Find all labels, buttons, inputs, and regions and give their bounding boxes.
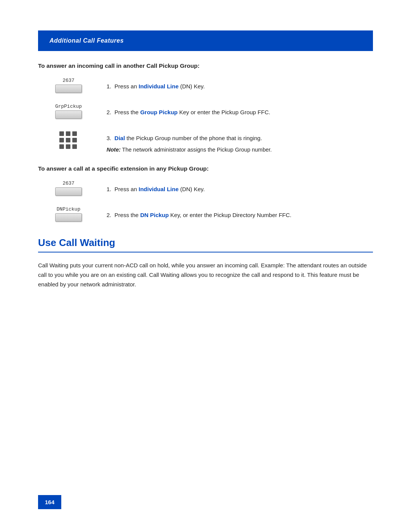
key-button [55, 85, 82, 93]
highlight: Dial [115, 135, 125, 141]
highlight: Group Pickup [140, 109, 177, 115]
step2-content: 2. Press the Group Pickup Key or enter t… [107, 104, 373, 117]
phone-key-2637: 2637 [55, 78, 82, 93]
key-button [55, 110, 82, 119]
key-button [55, 213, 82, 222]
step-row: 2637 1. Press an Individual Line (DN) Ke… [38, 78, 373, 93]
keypad-grid [59, 131, 78, 150]
header-title: Additional Call Features [49, 37, 124, 44]
key-button [55, 187, 82, 196]
highlight: DN Pickup [140, 212, 169, 218]
keypad-dot [59, 131, 64, 136]
step1-content-s2: 1. Press an Individual Line (DN) Key. [107, 181, 373, 194]
key-label: GrpPickup [55, 104, 82, 109]
page-number: 164 [45, 499, 54, 505]
section2-heading: To answer a call at a specific extension… [38, 165, 373, 172]
page-number-box: 164 [38, 495, 61, 509]
note-label: Note: [107, 147, 121, 153]
step-number: 1. Press an Individual Line (DN) Key. [107, 186, 205, 192]
step2-image-s2: DNPickup [38, 206, 99, 222]
step-number: 2. Press the DN Pickup Key, or enter the… [107, 212, 292, 218]
key-label: 2637 [62, 181, 74, 186]
section2-steps: 2637 1. Press an Individual Line (DN) Ke… [38, 181, 373, 222]
phone-key-dnpickup: DNPickup [55, 206, 82, 222]
step3-image [38, 129, 99, 150]
keypad-dot [59, 144, 64, 149]
keypad-dot [72, 144, 77, 149]
keypad-dot [66, 131, 70, 136]
keypad-dot [59, 138, 64, 142]
keypad-dot [66, 144, 70, 149]
step-number: 3. Dial the Pickup Group number of the p… [107, 135, 262, 141]
step-row: DNPickup 2. Press the DN Pickup Key, or … [38, 206, 373, 222]
header-banner: Additional Call Features [38, 30, 373, 51]
phone-key-grppickup: GrpPickup [55, 104, 82, 119]
keypad-dot [72, 138, 77, 142]
keypad-dot [66, 138, 70, 142]
step-number: 2. Press the Group Pickup Key or enter t… [107, 109, 270, 115]
keypad-dot [72, 131, 77, 136]
section1-heading: To answer an incoming call in another Ca… [38, 62, 373, 69]
body-paragraph: Call Waiting puts your current non-ACD c… [38, 261, 373, 289]
step-number: 1. Press an Individual Line (DN) Key. [107, 83, 205, 89]
step1-image-s2: 2637 [38, 181, 99, 196]
step2-image: GrpPickup [38, 104, 99, 119]
key-label: DNPickup [57, 206, 80, 212]
note-text: Note: The network administrator assigns … [107, 146, 373, 154]
highlight: Individual Line [139, 83, 178, 89]
phone-key-2637-s2: 2637 [55, 181, 82, 196]
key-label: 2637 [62, 78, 74, 83]
page: Additional Call Features To answer an in… [0, 0, 411, 532]
step2-content-s2: 2. Press the DN Pickup Key, or enter the… [107, 206, 373, 220]
step1-image: 2637 [38, 78, 99, 93]
step1-content: 1. Press an Individual Line (DN) Key. [107, 78, 373, 91]
step-row: GrpPickup 2. Press the Group Pickup Key … [38, 104, 373, 119]
section1-steps: 2637 1. Press an Individual Line (DN) Ke… [38, 78, 373, 154]
highlight: Individual Line [139, 186, 178, 192]
step-row: 3. Dial the Pickup Group number of the p… [38, 129, 373, 154]
step-row: 2637 1. Press an Individual Line (DN) Ke… [38, 181, 373, 196]
step3-content: 3. Dial the Pickup Group number of the p… [107, 129, 373, 154]
chapter-heading: Use Call Waiting [38, 237, 373, 252]
